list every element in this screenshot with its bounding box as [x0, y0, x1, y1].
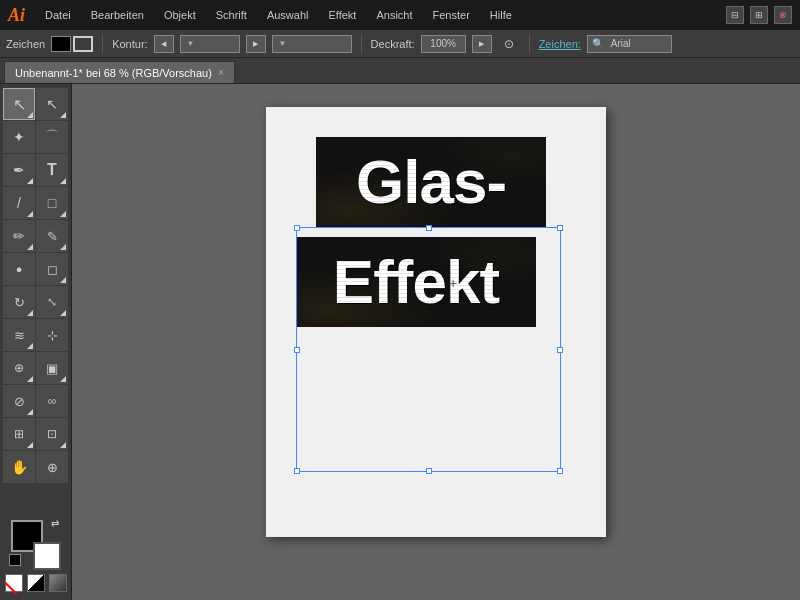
handle-ml[interactable]	[294, 347, 300, 353]
deckraft-input[interactable]: 100%	[421, 35, 466, 53]
pen-icon: ✒	[13, 162, 25, 178]
font-search-input[interactable]	[607, 35, 667, 53]
handle-tl[interactable]	[294, 225, 300, 231]
scale-tool[interactable]: ⤡	[36, 286, 68, 318]
zeichen-link[interactable]: Zeichen:	[539, 38, 581, 50]
menu-objekt[interactable]: Objekt	[160, 7, 200, 23]
warp-tool[interactable]: ≋	[3, 319, 35, 351]
hand-tool[interactable]: ✋	[3, 451, 35, 483]
select-tool[interactable]: ↖	[3, 88, 35, 120]
direct-select-tool[interactable]: ↗	[36, 88, 68, 120]
swap-colors-btn[interactable]: ⇄	[51, 518, 59, 529]
handle-mr[interactable]	[557, 347, 563, 353]
canvas-area[interactable]: Glas- Effekt +	[72, 84, 800, 600]
magic-wand-icon: ✦	[13, 129, 25, 145]
effekt-text: Effekt	[333, 251, 499, 313]
paintbrush-icon: ✏	[13, 228, 25, 244]
menu-hilfe[interactable]: Hilfe	[486, 7, 516, 23]
tool-row-8: ≋ ⊹	[3, 319, 68, 351]
menu-fenster[interactable]: Fenster	[429, 7, 474, 23]
divider2	[361, 34, 362, 54]
titlebar: Ai Datei Bearbeiten Objekt Schrift Auswa…	[0, 0, 800, 30]
tool-row-4: / □	[3, 187, 68, 219]
menu-schrift[interactable]: Schrift	[212, 7, 251, 23]
eraser-icon: ◻	[47, 262, 58, 277]
background-swatch[interactable]	[33, 542, 61, 570]
kontur-right-btn[interactable]: ▶	[246, 35, 266, 53]
pen-tool[interactable]: ✒	[3, 154, 35, 186]
window-controls: ⊟ ⊞ ⊗	[726, 6, 792, 24]
stroke-swatch[interactable]	[73, 36, 93, 52]
type-icon: T	[47, 161, 57, 179]
line-tool[interactable]: /	[3, 187, 35, 219]
optionsbar: Zeichen Kontur: ◀ ▼ ▶ ▼ Deckraft: 100% ▶…	[0, 30, 800, 58]
tool-row-12: ✋ ⊕	[3, 451, 68, 483]
slice-tool[interactable]: ⊡	[36, 418, 68, 450]
handle-bm[interactable]	[426, 468, 432, 474]
menu-bearbeiten[interactable]: Bearbeiten	[87, 7, 148, 23]
menu-ansicht[interactable]: Ansicht	[372, 7, 416, 23]
document-tab[interactable]: Unbenannt-1* bei 68 % (RGB/Vorschau) ×	[4, 61, 235, 83]
tab-label: Unbenannt-1* bei 68 % (RGB/Vorschau)	[15, 67, 212, 79]
tool-row-3: ✒ T	[3, 154, 68, 186]
pencil-tool[interactable]: ✎	[36, 220, 68, 252]
direct-select-icon: ↗	[46, 96, 58, 112]
tabbar: Unbenannt-1* bei 68 % (RGB/Vorschau) ×	[0, 58, 800, 84]
rotate-tool[interactable]: ↻	[3, 286, 35, 318]
shape-builder-icon: ⊕	[14, 361, 24, 375]
menu-datei[interactable]: Datei	[41, 7, 75, 23]
tool-row-10: ⊘ ∞	[3, 385, 68, 417]
chart-tool[interactable]: ⊞	[3, 418, 35, 450]
zoom-icon: ⊕	[47, 460, 58, 475]
shape-builder-tool[interactable]: ⊕	[3, 352, 35, 384]
kontur-dropdown[interactable]: ▼	[180, 35, 240, 53]
line-icon: /	[17, 195, 21, 211]
magic-wand-tool[interactable]: ✦	[3, 121, 35, 153]
menu-effekt[interactable]: Effekt	[324, 7, 360, 23]
swatch-mode-icons	[5, 574, 67, 592]
chart-icon: ⊞	[14, 427, 24, 441]
pattern-swatch-icon[interactable]	[49, 574, 67, 592]
deckraft-value: 100%	[430, 38, 456, 49]
lasso-tool[interactable]: ⌒	[36, 121, 68, 153]
divider3	[529, 34, 530, 54]
handle-bl[interactable]	[294, 468, 300, 474]
reset-colors-icon	[9, 554, 21, 566]
eraser-tool[interactable]: ◻	[36, 253, 68, 285]
gradient-tool[interactable]: ▣	[36, 352, 68, 384]
fill-swatch[interactable]	[51, 36, 71, 52]
style-dropdown[interactable]: ▼	[272, 35, 352, 53]
window-icon2[interactable]: ⊞	[750, 6, 768, 24]
blend-tool[interactable]: ∞	[36, 385, 68, 417]
handle-br[interactable]	[557, 468, 563, 474]
eyedropper-tool[interactable]: ⊘	[3, 385, 35, 417]
paintbrush-tool[interactable]: ✏	[3, 220, 35, 252]
tab-close-btn[interactable]: ×	[218, 67, 224, 78]
warp-icon: ≋	[14, 328, 25, 343]
deckraft-icon-btn[interactable]: ⊙	[498, 33, 520, 55]
blend-icon: ∞	[48, 394, 57, 408]
menu-auswahl[interactable]: Auswahl	[263, 7, 313, 23]
window-icon1[interactable]: ⊟	[726, 6, 744, 24]
blob-brush-icon: ●	[16, 263, 23, 275]
eyedropper-icon: ⊘	[14, 394, 25, 409]
text-block-effekt: Effekt	[296, 237, 536, 327]
rect-tool[interactable]: □	[36, 187, 68, 219]
blob-brush-tool[interactable]: ●	[3, 253, 35, 285]
gradient-swatch-icon[interactable]	[27, 574, 45, 592]
slice-icon: ⊡	[47, 427, 57, 441]
handle-tr[interactable]	[557, 225, 563, 231]
text-block-glas: Glas-	[316, 137, 546, 227]
kontur-left-btn[interactable]: ◀	[154, 35, 174, 53]
window-icon3[interactable]: ⊗	[774, 6, 792, 24]
free-transform-tool[interactable]: ⊹	[36, 319, 68, 351]
color-swatches: ⇄	[2, 516, 69, 596]
swatch-pair: ⇄	[11, 520, 61, 570]
zoom-tool[interactable]: ⊕	[36, 451, 68, 483]
no-fill-icon[interactable]	[5, 574, 23, 592]
deckraft-right-btn[interactable]: ▶	[472, 35, 492, 53]
free-transform-icon: ⊹	[47, 328, 58, 343]
scale-icon: ⤡	[47, 295, 57, 309]
type-tool[interactable]: T	[36, 154, 68, 186]
tool-row-1: ↖ ↗	[3, 88, 68, 120]
